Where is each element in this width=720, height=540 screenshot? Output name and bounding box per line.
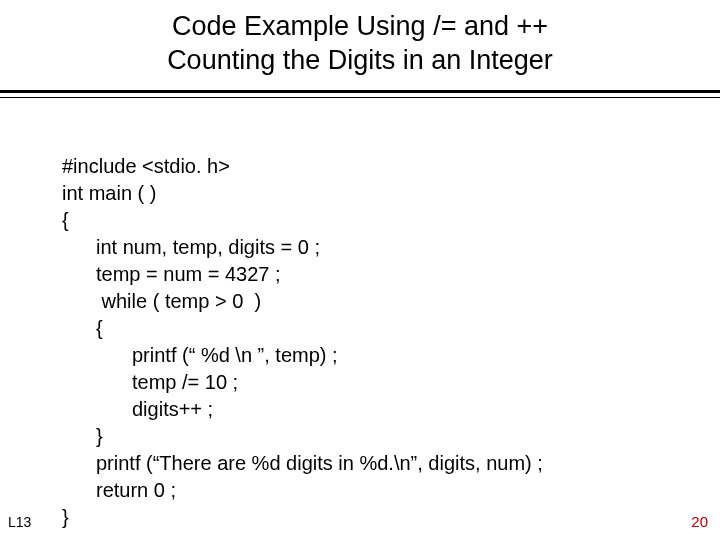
slide-title: Code Example Using /= and ++ Counting th… [0, 0, 720, 90]
code-line: printf (“ %d \n ”, temp) ; [62, 342, 338, 369]
code-line: { [62, 209, 69, 231]
code-line: digits++ ; [62, 396, 213, 423]
code-line: { [62, 315, 103, 342]
code-line: } [62, 423, 103, 450]
title-line-1: Code Example Using /= and ++ [172, 11, 548, 41]
title-line-2: Counting the Digits in an Integer [167, 45, 553, 75]
title-divider-thin [0, 97, 720, 98]
code-example: #include <stdio. h> int main ( ) { int n… [62, 126, 720, 531]
code-line: #include <stdio. h> [62, 155, 230, 177]
code-line: temp /= 10 ; [62, 369, 238, 396]
code-line: while ( temp > 0 ) [62, 288, 261, 315]
code-line: int main ( ) [62, 182, 156, 204]
slide: Code Example Using /= and ++ Counting th… [0, 0, 720, 540]
code-line: printf (“There are %d digits in %d.\n”, … [62, 450, 543, 477]
code-line: temp = num = 4327 ; [62, 261, 281, 288]
code-line: return 0 ; [62, 477, 176, 504]
title-divider-thick [0, 90, 720, 93]
code-line: int num, temp, digits = 0 ; [62, 234, 320, 261]
code-line: } [62, 506, 69, 528]
slide-footer-left: L13 [8, 514, 31, 530]
slide-number: 20 [691, 513, 708, 530]
